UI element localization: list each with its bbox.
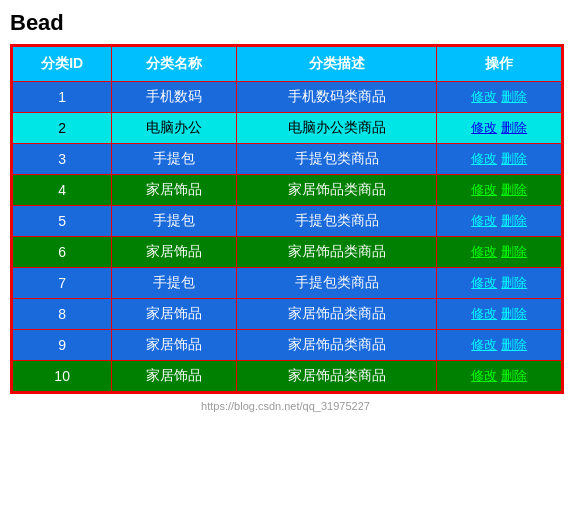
cell-action: 修改删除	[437, 237, 562, 268]
cell-desc: 手提包类商品	[236, 268, 436, 299]
cell-name: 家居饰品	[112, 175, 237, 206]
edit-button[interactable]: 修改	[471, 120, 497, 135]
cell-action: 修改删除	[437, 299, 562, 330]
cell-action: 修改删除	[437, 144, 562, 175]
edit-button[interactable]: 修改	[471, 368, 497, 383]
cell-action: 修改删除	[437, 113, 562, 144]
cell-id: 2	[13, 113, 112, 144]
cell-desc: 手提包类商品	[236, 206, 436, 237]
edit-button[interactable]: 修改	[471, 337, 497, 352]
table-row: 9家居饰品家居饰品类商品修改删除	[13, 330, 562, 361]
app-title: Bead	[10, 10, 64, 36]
cell-action: 修改删除	[437, 175, 562, 206]
table-row: 2电脑办公电脑办公类商品修改删除	[13, 113, 562, 144]
cell-name: 手提包	[112, 144, 237, 175]
cell-desc: 家居饰品类商品	[236, 237, 436, 268]
table-header-row: 分类ID 分类名称 分类描述 操作	[13, 47, 562, 82]
table-row: 1手机数码手机数码类商品修改删除	[13, 82, 562, 113]
cell-id: 7	[13, 268, 112, 299]
cell-name: 家居饰品	[112, 361, 237, 392]
delete-button[interactable]: 删除	[501, 89, 527, 104]
footer-url: https://blog.csdn.net/qq_31975227	[201, 400, 370, 412]
table-row: 8家居饰品家居饰品类商品修改删除	[13, 299, 562, 330]
delete-button[interactable]: 删除	[501, 182, 527, 197]
delete-button[interactable]: 删除	[501, 213, 527, 228]
delete-button[interactable]: 删除	[501, 244, 527, 259]
delete-button[interactable]: 删除	[501, 275, 527, 290]
edit-button[interactable]: 修改	[471, 275, 497, 290]
table-row: 3手提包手提包类商品修改删除	[13, 144, 562, 175]
col-header-desc: 分类描述	[236, 47, 436, 82]
delete-button[interactable]: 删除	[501, 120, 527, 135]
table-row: 6家居饰品家居饰品类商品修改删除	[13, 237, 562, 268]
cell-name: 手提包	[112, 268, 237, 299]
edit-button[interactable]: 修改	[471, 151, 497, 166]
cell-id: 4	[13, 175, 112, 206]
cell-desc: 家居饰品类商品	[236, 175, 436, 206]
cell-id: 8	[13, 299, 112, 330]
table-row: 7手提包手提包类商品修改删除	[13, 268, 562, 299]
cell-desc: 家居饰品类商品	[236, 299, 436, 330]
cell-desc: 家居饰品类商品	[236, 361, 436, 392]
delete-button[interactable]: 删除	[501, 337, 527, 352]
cell-id: 1	[13, 82, 112, 113]
edit-button[interactable]: 修改	[471, 182, 497, 197]
cell-desc: 手机数码类商品	[236, 82, 436, 113]
cell-action: 修改删除	[437, 330, 562, 361]
col-header-id: 分类ID	[13, 47, 112, 82]
cell-name: 家居饰品	[112, 299, 237, 330]
cell-name: 手机数码	[112, 82, 237, 113]
cell-name: 电脑办公	[112, 113, 237, 144]
cell-action: 修改删除	[437, 82, 562, 113]
edit-button[interactable]: 修改	[471, 244, 497, 259]
cell-name: 家居饰品	[112, 330, 237, 361]
cell-action: 修改删除	[437, 206, 562, 237]
category-table: 分类ID 分类名称 分类描述 操作 1手机数码手机数码类商品修改删除2电脑办公电…	[12, 46, 562, 392]
cell-id: 5	[13, 206, 112, 237]
cell-id: 10	[13, 361, 112, 392]
delete-button[interactable]: 删除	[501, 151, 527, 166]
cell-desc: 手提包类商品	[236, 144, 436, 175]
cell-name: 手提包	[112, 206, 237, 237]
delete-button[interactable]: 删除	[501, 306, 527, 321]
cell-action: 修改删除	[437, 268, 562, 299]
delete-button[interactable]: 删除	[501, 368, 527, 383]
cell-id: 6	[13, 237, 112, 268]
table-row: 4家居饰品家居饰品类商品修改删除	[13, 175, 562, 206]
cell-action: 修改删除	[437, 361, 562, 392]
cell-id: 3	[13, 144, 112, 175]
cell-desc: 家居饰品类商品	[236, 330, 436, 361]
cell-desc: 电脑办公类商品	[236, 113, 436, 144]
table-row: 10家居饰品家居饰品类商品修改删除	[13, 361, 562, 392]
table-row: 5手提包手提包类商品修改删除	[13, 206, 562, 237]
cell-id: 9	[13, 330, 112, 361]
cell-name: 家居饰品	[112, 237, 237, 268]
edit-button[interactable]: 修改	[471, 306, 497, 321]
edit-button[interactable]: 修改	[471, 213, 497, 228]
col-header-action: 操作	[437, 47, 562, 82]
table-wrapper: 分类ID 分类名称 分类描述 操作 1手机数码手机数码类商品修改删除2电脑办公电…	[10, 44, 564, 394]
col-header-name: 分类名称	[112, 47, 237, 82]
edit-button[interactable]: 修改	[471, 89, 497, 104]
